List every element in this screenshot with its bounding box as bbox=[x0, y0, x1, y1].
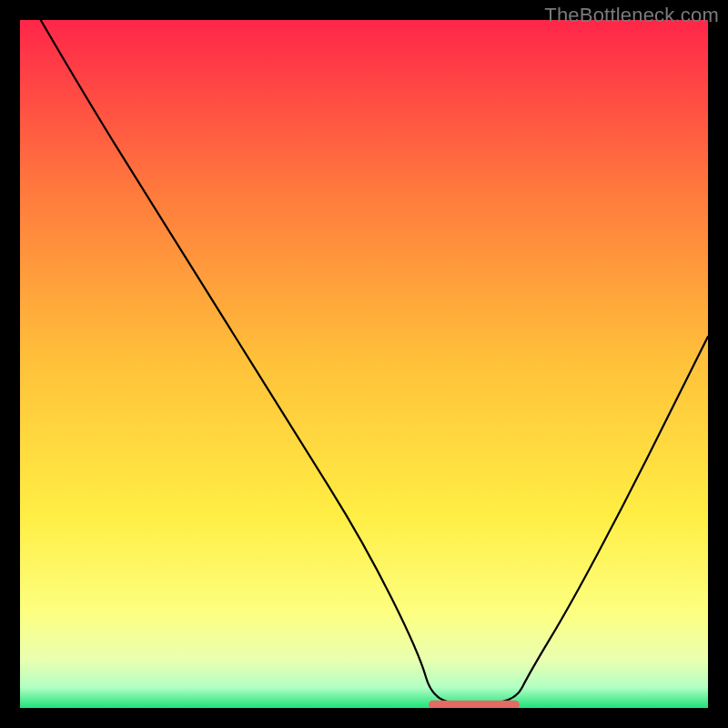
plot-area bbox=[20, 20, 708, 708]
gradient-background bbox=[20, 20, 708, 708]
watermark-text: TheBottleneck.com bbox=[544, 4, 719, 27]
chart-svg bbox=[20, 20, 708, 708]
chart-container: TheBottleneck.com bbox=[0, 0, 728, 728]
